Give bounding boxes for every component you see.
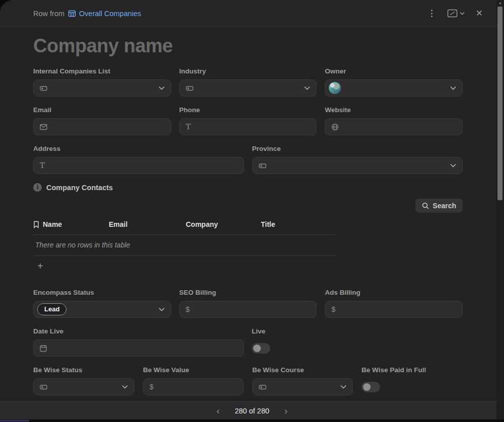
chevron-down-icon — [340, 385, 346, 389]
company-contacts-section-header: i Company Contacts — [33, 183, 463, 192]
field-seo-billing: SEO Billing $ — [179, 288, 317, 318]
field-internal-companies-list: Internal Companies List — [33, 67, 171, 97]
address-input[interactable]: T — [33, 157, 244, 174]
field-label: Phone — [179, 106, 317, 115]
ads-billing-input[interactable]: $ — [325, 301, 463, 318]
date-live-input[interactable] — [33, 340, 244, 357]
field-label: Website — [325, 106, 463, 115]
field-website: Website — [325, 106, 463, 135]
single-select-icon — [186, 85, 193, 92]
field-industry: Industry — [179, 67, 317, 97]
owner-select[interactable] — [325, 79, 463, 97]
column-label: Name — [43, 220, 62, 228]
row-menu-button[interactable]: ⋮ — [426, 8, 437, 19]
vertical-scrollbar[interactable]: ▲ — [496, 0, 504, 419]
internal-companies-list-select[interactable] — [33, 79, 171, 97]
single-select-icon — [259, 383, 266, 391]
field-province: Province — [252, 144, 463, 174]
chevron-down-icon — [450, 163, 456, 167]
chevron-down-icon — [304, 86, 310, 90]
single-select-icon — [40, 383, 47, 391]
close-button[interactable]: ✕ — [475, 8, 484, 19]
contacts-table: Name Email Company Title There are no ro… — [33, 216, 336, 276]
field-label: Be Wise Course — [252, 366, 353, 375]
toggle-knob — [363, 383, 371, 391]
field-label: SEO Billing — [179, 288, 317, 297]
phone-input[interactable]: T — [179, 118, 317, 135]
field-owner: Owner — [325, 67, 463, 97]
table-link[interactable]: Overall Companies — [68, 10, 141, 18]
scrollbar-thumb[interactable] — [497, 7, 502, 200]
column-header-name: Name — [33, 220, 109, 228]
live-toggle[interactable] — [252, 343, 270, 354]
field-email: Email — [33, 106, 171, 135]
row-title[interactable]: Company name — [33, 35, 463, 57]
field-label: Ads Billing — [325, 288, 463, 297]
table-grid-icon — [68, 10, 76, 18]
screen: Row from Overall Companies ⋮ — [0, 0, 504, 422]
single-select-icon — [40, 85, 47, 92]
row-counter: 280 of 280 — [235, 407, 269, 415]
column-header-title: Title — [261, 220, 336, 228]
toggle-knob — [253, 345, 261, 352]
industry-select[interactable] — [179, 79, 317, 97]
add-row-button[interactable]: + — [34, 260, 46, 272]
section-title: Company Contacts — [46, 184, 113, 192]
field-label: Be Wise Paid in Full — [362, 366, 463, 375]
province-select[interactable] — [252, 157, 463, 174]
seo-billing-input[interactable]: $ — [179, 301, 317, 318]
close-icon: ✕ — [476, 9, 483, 18]
chevron-down-icon — [159, 86, 165, 90]
table-link-label: Overall Companies — [79, 10, 141, 18]
side-peek-icon — [447, 9, 458, 18]
status-badge: Lead — [37, 303, 66, 315]
next-row-button[interactable]: › — [282, 406, 290, 415]
underlying-page-sliver — [0, 420, 29, 421]
bookmark-icon — [33, 221, 39, 228]
row-detail-content: Company name Internal Companies List — [0, 27, 504, 401]
email-input[interactable] — [33, 118, 171, 135]
pagination-bar: ‹ 280 of 280 › — [0, 401, 504, 419]
field-phone: Phone T — [179, 106, 317, 135]
open-mode-button[interactable] — [446, 8, 466, 19]
be-wise-course-select[interactable] — [252, 378, 353, 395]
be-wise-status-select[interactable] — [33, 378, 134, 395]
chevron-down-icon — [159, 307, 165, 311]
field-be-wise-status: Be Wise Status — [33, 366, 134, 395]
text-type-icon: T — [40, 162, 45, 170]
text-type-icon: T — [186, 123, 191, 131]
website-input[interactable] — [325, 118, 463, 135]
dollar-prefix: $ — [186, 305, 190, 313]
previous-row-button[interactable]: ‹ — [214, 406, 222, 415]
owner-avatar — [329, 82, 341, 94]
chevron-down-icon — [122, 385, 128, 389]
dollar-prefix: $ — [150, 383, 154, 391]
chevron-down-icon — [460, 12, 465, 15]
search-button-label: Search — [433, 202, 456, 210]
contacts-table-header: Name Email Company Title — [33, 216, 336, 235]
bottom-edge — [0, 419, 504, 422]
column-header-email: Email — [109, 220, 186, 228]
encompass-status-select[interactable]: Lead — [33, 301, 171, 318]
be-wise-value-input[interactable]: $ — [143, 378, 244, 395]
scroll-up-arrow-icon[interactable]: ▲ — [498, 1, 502, 5]
search-button[interactable]: Search — [415, 199, 463, 213]
field-ads-billing: Ads Billing $ — [325, 288, 463, 318]
calendar-icon — [40, 345, 47, 352]
field-live: Live — [252, 327, 463, 357]
chevron-down-icon — [450, 86, 456, 90]
field-label: Address — [33, 144, 244, 153]
field-label: Internal Companies List — [33, 67, 171, 76]
field-be-wise-course: Be Wise Course — [252, 366, 353, 395]
column-header-company: Company — [186, 220, 261, 228]
kebab-icon: ⋮ — [427, 9, 436, 18]
row-detail-modal: Row from Overall Companies ⋮ — [0, 0, 504, 419]
field-label: Be Wise Status — [33, 366, 134, 375]
be-wise-paid-in-full-toggle[interactable] — [362, 382, 380, 392]
field-label: Be Wise Value — [143, 366, 244, 375]
field-label: Email — [33, 106, 171, 115]
search-icon — [422, 202, 429, 209]
envelope-icon — [40, 124, 47, 130]
field-be-wise-value: Be Wise Value $ — [143, 366, 244, 395]
field-label: Live — [252, 327, 463, 336]
